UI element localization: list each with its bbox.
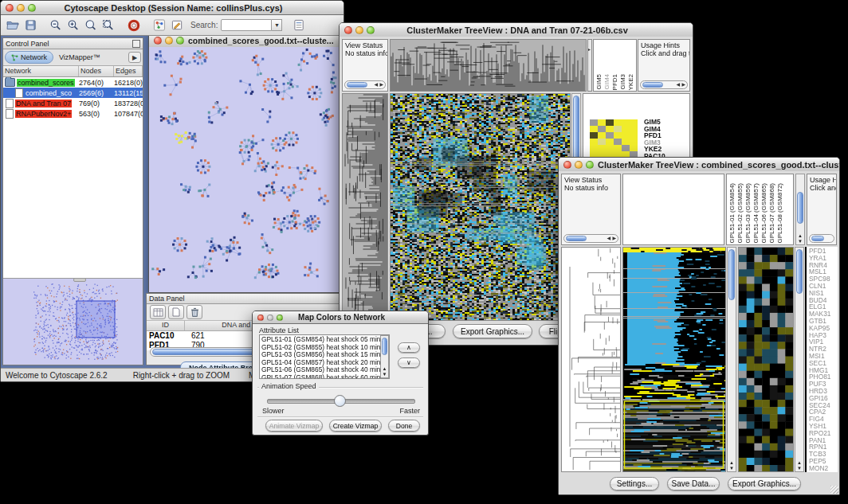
network-window-titlebar[interactable]: combined_scores_good.txt--cluste... bbox=[149, 36, 344, 48]
network-overview-panel[interactable] bbox=[3, 278, 143, 365]
close-button[interactable] bbox=[563, 161, 571, 169]
tv2-genelist-vscrollbar[interactable]: ▲▼ bbox=[795, 247, 804, 472]
zoomed-heatmap-canvas[interactable] bbox=[739, 248, 793, 471]
scroll-arrows[interactable]: ▲▼ bbox=[796, 233, 804, 244]
scrollbar-thumb[interactable] bbox=[728, 249, 735, 300]
tv2-export-graphics-button[interactable]: Export Graphics... bbox=[728, 477, 801, 490]
minimize-button[interactable] bbox=[17, 4, 25, 12]
new-attribute-icon[interactable] bbox=[168, 305, 184, 319]
tv1-usage-hscrollbar[interactable]: ◀ ▶ bbox=[640, 80, 688, 89]
row-dendrogram-canvas[interactable] bbox=[562, 248, 620, 471]
network-graph-canvas[interactable] bbox=[149, 47, 343, 291]
panel-divider-grip[interactable] bbox=[73, 278, 86, 282]
animate-vizmap-button[interactable]: Animate Vizmap bbox=[265, 420, 323, 432]
close-button[interactable] bbox=[6, 4, 14, 12]
more-tabs-button[interactable]: ▶ bbox=[128, 52, 141, 63]
birds-eye-view-canvas[interactable] bbox=[3, 279, 143, 364]
close-button[interactable] bbox=[257, 315, 264, 321]
scrollbar-thumb[interactable] bbox=[796, 249, 803, 294]
network-overview-icon[interactable] bbox=[152, 18, 167, 32]
tv1-status-hscrollbar[interactable]: ◀ ▶ bbox=[344, 80, 386, 89]
scrollbar-thumb[interactable] bbox=[642, 82, 663, 88]
tv1-column-dendrogram-pane[interactable] bbox=[390, 39, 587, 92]
scrollbar-thumb[interactable] bbox=[382, 338, 387, 355]
select-attributes-icon[interactable] bbox=[150, 305, 166, 319]
search-dropdown-arrow[interactable]: ▼ bbox=[272, 19, 282, 31]
scroll-arrows[interactable]: ▲▼ bbox=[381, 366, 388, 377]
animation-speed-slider-thumb[interactable] bbox=[334, 395, 346, 407]
tab-network[interactable]: Network bbox=[5, 51, 53, 64]
network-tree-row[interactable]: combined_scores 2764(0) 16218(0) bbox=[3, 77, 143, 88]
scroll-right-arrow[interactable]: ▶ bbox=[612, 235, 616, 242]
mini-correlation-matrix-canvas[interactable] bbox=[590, 119, 638, 158]
zoom-fit-icon[interactable] bbox=[101, 18, 116, 32]
tv2-settings-button[interactable]: Settings... bbox=[610, 477, 659, 490]
heatmap-canvas[interactable] bbox=[391, 94, 570, 320]
zoom-button[interactable] bbox=[176, 37, 184, 45]
annotation-icon[interactable] bbox=[170, 18, 184, 32]
main-titlebar[interactable]: Cytoscape Desktop (Session Name: collins… bbox=[1, 1, 344, 15]
network-tree-row[interactable]: DNA and Tran 07 769(0) 183728(0) bbox=[3, 98, 143, 108]
tv2-row-dendrogram-pane[interactable] bbox=[561, 247, 621, 472]
help-ring-icon[interactable] bbox=[127, 18, 141, 32]
tv2-heatmap-pane[interactable] bbox=[622, 247, 726, 472]
attribute-list-vscrollbar[interactable]: ▲▼ bbox=[380, 335, 389, 378]
scrollbar-thumb[interactable] bbox=[797, 192, 803, 224]
tv2-save-data-button[interactable]: Save Data... bbox=[667, 477, 720, 490]
scrollbar-thumb[interactable] bbox=[811, 236, 824, 241]
minimize-button[interactable] bbox=[267, 315, 273, 321]
scrollbar-thumb[interactable] bbox=[566, 236, 587, 241]
resize-grip[interactable] bbox=[830, 486, 838, 494]
dialog-titlebar[interactable]: Map Colors to Network bbox=[253, 311, 428, 324]
column-dendrogram-canvas[interactable] bbox=[391, 40, 586, 91]
open-folder-icon[interactable] bbox=[6, 18, 20, 32]
scroll-right-arrow[interactable]: ▶ bbox=[379, 81, 383, 88]
tv1-row-dendrogram-pane[interactable] bbox=[342, 93, 388, 321]
done-button[interactable]: Done bbox=[388, 420, 420, 432]
zoom-button[interactable] bbox=[367, 26, 375, 34]
tv2-usage-hscrollbar[interactable] bbox=[809, 234, 834, 243]
minimize-button[interactable] bbox=[165, 37, 173, 45]
scroll-arrows[interactable]: ▲▼ bbox=[728, 460, 736, 471]
tab-vizmapper[interactable]: VizMapper™ bbox=[53, 52, 106, 63]
search-input[interactable] bbox=[221, 19, 272, 31]
zoom-out-icon[interactable] bbox=[49, 18, 63, 32]
tv1-heatmap-pane[interactable] bbox=[390, 93, 571, 321]
tv2-collabel-vscrollbar[interactable]: ▲▼ bbox=[795, 174, 805, 245]
network-tree-row[interactable]: RNAPuberNov2+ 563(0) 107847(0) bbox=[3, 108, 143, 119]
zoom-button[interactable] bbox=[277, 315, 283, 321]
zoom-button[interactable] bbox=[586, 161, 594, 169]
save-icon[interactable] bbox=[23, 18, 37, 32]
zoom-in-icon[interactable] bbox=[66, 18, 80, 32]
network-tree-row[interactable]: combined_sco 2569(6) 13112(15) bbox=[3, 88, 143, 98]
tv1-export-graphics-button[interactable]: Export Graphics... bbox=[453, 324, 532, 338]
scroll-left-arrow[interactable]: ◀ bbox=[374, 81, 378, 88]
close-button[interactable] bbox=[344, 26, 352, 34]
minimize-button[interactable] bbox=[575, 161, 583, 169]
delete-attribute-trash-icon[interactable] bbox=[186, 305, 202, 319]
scroll-left-arrow[interactable]: ◀ bbox=[607, 235, 610, 242]
create-vizmap-button[interactable]: Create Vizmap bbox=[329, 420, 382, 432]
float-panel-icon[interactable] bbox=[132, 40, 140, 48]
move-attribute-up-button[interactable]: ∧ bbox=[398, 342, 420, 353]
tv1-splitter-strip[interactable]: ▸ bbox=[587, 39, 592, 92]
tv2-status-hscrollbar[interactable]: ◀ ▶ bbox=[563, 234, 618, 243]
scrollbar-thumb[interactable] bbox=[347, 82, 367, 88]
row-dendrogram-canvas[interactable] bbox=[343, 94, 387, 320]
scroll-left-arrow[interactable]: ◀ bbox=[676, 81, 680, 88]
zoom-selected-icon[interactable] bbox=[84, 18, 98, 32]
network-view-window[interactable]: combined_scores_good.txt--cluste... bbox=[148, 36, 344, 293]
zoom-button[interactable] bbox=[28, 4, 36, 12]
tv2-zoom-heatmap-pane[interactable] bbox=[738, 247, 794, 472]
scroll-right-arrow[interactable]: ▶ bbox=[681, 81, 685, 88]
attribute-browser-icon[interactable] bbox=[292, 18, 306, 32]
tv2-column-tree-pane[interactable] bbox=[622, 174, 724, 245]
scroll-arrows[interactable]: ▲▼ bbox=[795, 460, 803, 471]
attribute-listbox[interactable]: GPL51-01 (GSM854) heat shock 05 min GPL5… bbox=[259, 334, 390, 379]
tv2-heatmap-vscrollbar[interactable]: ▲▼ bbox=[727, 247, 736, 472]
treeview2-titlebar[interactable]: ClusterMaker TreeView : combined_scores_… bbox=[559, 158, 839, 172]
close-button[interactable] bbox=[154, 37, 162, 45]
minimize-button[interactable] bbox=[355, 26, 363, 34]
move-attribute-down-button[interactable]: ∨ bbox=[398, 357, 420, 368]
gene-label[interactable]: MON2 bbox=[809, 465, 838, 472]
